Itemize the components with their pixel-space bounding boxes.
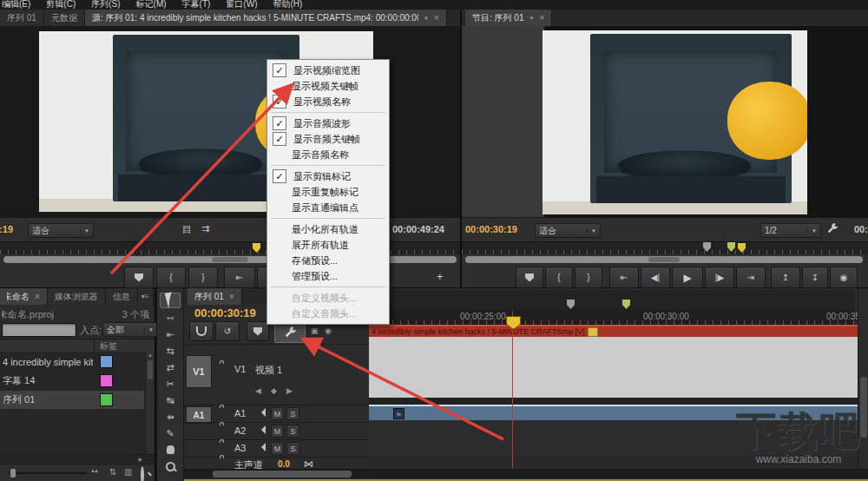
settings-wrench-icon[interactable] <box>826 222 838 238</box>
video-clip[interactable]: 4 incredibly simple kitchen hacks ! 5-MI… <box>369 325 868 398</box>
find-icon[interactable] <box>141 466 144 481</box>
video-clip-body[interactable] <box>369 337 868 398</box>
mark-in-button[interactable]: { <box>156 267 186 288</box>
tab-info[interactable]: 信息 <box>106 288 138 305</box>
display-style-icon[interactable]: ▣ <box>311 326 319 335</box>
goto-in-button[interactable]: ⇤ <box>224 267 255 288</box>
audio-track-label[interactable]: A1 <box>234 408 246 418</box>
menu-item[interactable]: 显示重复帧标记 <box>267 184 389 200</box>
timeline-playhead-line[interactable] <box>512 311 513 469</box>
sequence-marker[interactable] <box>622 300 630 309</box>
menu-item[interactable]: 管理预设... <box>267 268 389 284</box>
keyframe-next-icon[interactable]: ▶ <box>286 386 293 395</box>
add-marker-button[interactable] <box>516 267 543 288</box>
label-swatch[interactable] <box>100 355 113 368</box>
close-icon[interactable]: × <box>434 13 439 23</box>
sequence-marker[interactable] <box>567 300 575 309</box>
mark-out-button[interactable]: } <box>575 267 602 288</box>
solo-button[interactable]: S <box>286 407 299 420</box>
tab-media-browser[interactable]: 媒体浏览器 <box>48 288 106 305</box>
tab-sequence-01-top[interactable]: 序列 01 <box>0 10 44 26</box>
rolling-edit-tool[interactable]: ⇆ <box>161 344 180 358</box>
plus-button[interactable]: + <box>437 270 444 283</box>
audio-track-label[interactable]: A2 <box>234 425 246 436</box>
chevron-down-icon[interactable]: ▼ <box>529 16 534 21</box>
solo-button[interactable]: S <box>286 425 299 438</box>
encore-marker-button[interactable]: ↺ <box>215 321 240 341</box>
mark-in-button[interactable]: { <box>545 267 573 288</box>
vscroll-thumb[interactable] <box>860 377 867 438</box>
search-input[interactable] <box>2 323 76 337</box>
menu-item[interactable]: 存储预设... <box>267 253 389 268</box>
list-hscrollbar[interactable]: ▶ <box>0 454 155 464</box>
audio-track-label[interactable]: A3 <box>234 443 246 453</box>
slip-tool[interactable]: ↹ <box>161 393 180 407</box>
step-forward-button[interactable]: |▶ <box>705 267 734 288</box>
menu-item[interactable]: 最小化所有轨道 <box>267 221 389 237</box>
output-icon[interactable]: ⇉ <box>201 223 209 234</box>
close-icon[interactable]: × <box>35 292 40 301</box>
menu-sequence[interactable]: 序列(S) <box>91 0 120 10</box>
track-select-tool[interactable]: ⇿ <box>161 311 180 325</box>
lift-button[interactable]: ↥ <box>771 267 800 288</box>
menu-window[interactable]: 窗口(W) <box>226 0 257 10</box>
tab-source-monitor[interactable]: 源: 序列 01: 4 incredibly simple kitchen ha… <box>85 10 447 26</box>
menu-item[interactable]: 显示直通编辑点 <box>267 200 389 215</box>
keyframe-prev-icon[interactable]: ◀ <box>255 386 261 395</box>
menu-help[interactable]: 帮助(H) <box>273 0 302 10</box>
zoom-tool[interactable] <box>161 459 180 473</box>
menu-item[interactable]: 显示视频关键帧 <box>267 78 389 94</box>
menu-title[interactable]: 字幕(T) <box>182 0 211 10</box>
keyframe-add-icon[interactable]: ◆ <box>271 386 277 395</box>
menu-marker[interactable]: 标记(M) <box>136 0 167 10</box>
video-clip-title-bar[interactable]: 4 incredibly simple kitchen hacks ! 5-MI… <box>369 325 868 337</box>
label-swatch[interactable] <box>100 374 113 387</box>
play-button[interactable]: ▶ <box>672 267 703 288</box>
scroll-up-icon[interactable]: ▲ <box>148 353 153 358</box>
program-time-ruler[interactable] <box>462 241 868 254</box>
scrollbar-grip[interactable] <box>212 257 248 262</box>
menu-item[interactable]: ✓显示视频名称 <box>267 94 389 109</box>
sort-icon[interactable]: ⇅ <box>109 467 116 477</box>
video-source-badge[interactable]: V1 <box>186 355 212 388</box>
timeline-hscrollbar[interactable] <box>184 469 868 478</box>
timeline-ruler[interactable]: 00:00:25:00 00:00:30:00 00:00:35:00 00:0… <box>369 309 855 325</box>
close-icon[interactable]: × <box>539 13 544 23</box>
zoom-slider[interactable] <box>9 472 87 474</box>
eye-icon[interactable]: ◉ <box>325 326 332 335</box>
new-item-icon[interactable]: ▥ <box>124 467 132 477</box>
menu-item[interactable]: ✓显示视频缩览图 <box>267 63 389 78</box>
zoom-slider-thumb[interactable] <box>10 469 16 478</box>
playback-resolution-select[interactable]: 1/2 ▼ <box>760 223 821 238</box>
program-zoom-select[interactable]: 适合 ▼ <box>535 223 601 238</box>
snap-button[interactable] <box>189 321 214 341</box>
label-swatch[interactable] <box>100 393 113 406</box>
menu-item[interactable]: ✓显示剪辑标记 <box>267 168 389 184</box>
master-level-value[interactable]: 0.0 <box>278 459 290 469</box>
menu-item[interactable]: 显示音频名称 <box>267 147 389 162</box>
menu-item[interactable]: ✓显示音频波形 <box>267 115 389 131</box>
scrollbar-grip[interactable] <box>648 257 681 262</box>
list-header[interactable]: 标签 <box>0 339 155 353</box>
menu-clip[interactable]: 剪辑(C) <box>46 0 76 10</box>
tab-metadata[interactable]: 元数据 <box>44 10 85 26</box>
tab-timeline-sequence[interactable]: 序列 01 × <box>187 288 242 305</box>
inpoint-filter-select[interactable]: 全部 ▼ <box>102 322 158 337</box>
solo-button[interactable]: S <box>286 442 299 455</box>
rate-stretch-tool[interactable]: ⇄ <box>161 360 180 374</box>
close-icon[interactable]: × <box>229 292 234 301</box>
audio-source-badge[interactable]: A1 <box>186 406 212 424</box>
scroll-right-icon[interactable]: ▶ <box>138 456 142 462</box>
menu-item[interactable]: ✓显示音频关键帧 <box>267 131 389 147</box>
menu-item[interactable]: 展开所有轨道 <box>267 237 389 253</box>
video-track-label[interactable]: V1 <box>234 364 246 374</box>
extract-button[interactable]: ↧ <box>802 267 828 288</box>
ripple-edit-tool[interactable]: ⇤ <box>161 327 180 341</box>
add-marker-button[interactable] <box>124 267 154 288</box>
tab-project[interactable]: 项目: 未命名 × <box>0 288 48 305</box>
hand-tool[interactable] <box>161 443 180 457</box>
mute-button[interactable]: M <box>271 407 284 420</box>
list-vscrollbar[interactable]: ▲ <box>145 352 155 454</box>
timeline-marker-strip[interactable] <box>369 290 855 310</box>
safe-margins-icon[interactable]: 目 <box>182 223 192 236</box>
